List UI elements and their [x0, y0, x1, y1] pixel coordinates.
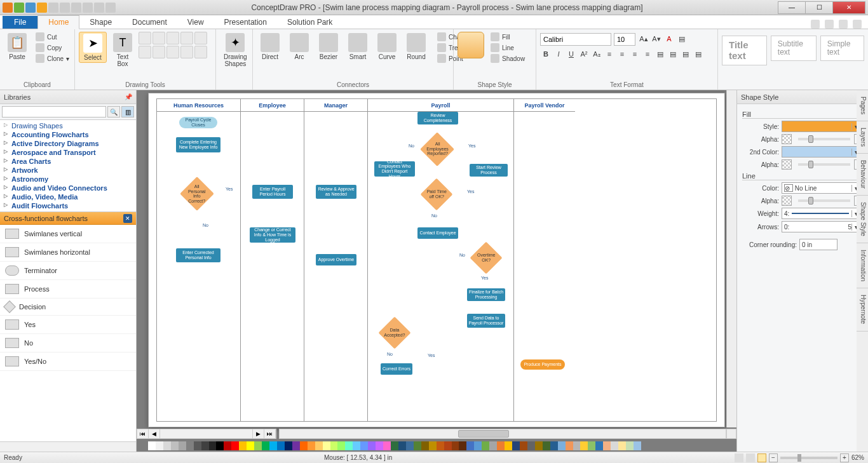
color-swatch[interactable] [285, 441, 292, 450]
conn-round[interactable]: Round [403, 32, 430, 62]
paste-button[interactable]: 📋 Paste [4, 32, 31, 62]
conn-direct[interactable]: Direct [257, 32, 283, 62]
library-tree[interactable]: Drawing ShapesAccounting FlowchartsActiv… [0, 120, 136, 212]
minimize-button[interactable]: — [778, 1, 806, 14]
copy-button[interactable]: Copy [33, 43, 72, 53]
tab-shape[interactable]: Shape [79, 16, 122, 29]
flowchart-node[interactable]: Paid Time off OK? [421, 178, 453, 211]
style-subtitle[interactable]: Subtitle text [771, 36, 817, 61]
color-swatch[interactable] [595, 441, 603, 450]
tab-prev[interactable]: ◀ [149, 429, 160, 438]
flowchart-node[interactable]: Correct Errors [381, 363, 412, 375]
ribbon-options-icon[interactable] [811, 20, 820, 29]
second-color-combo[interactable]: ▾ [782, 146, 863, 158]
style-title[interactable]: Title text [722, 36, 767, 65]
corner-rounding-input[interactable]: 0 in [799, 239, 837, 250]
library-tree-node[interactable]: Audio, Video, Media [0, 192, 136, 201]
color-swatch[interactable] [512, 441, 520, 450]
clone-button[interactable]: Clone ▾ [33, 53, 72, 64]
font-family-combo[interactable] [540, 33, 611, 46]
lane-body[interactable]: Review & Approve as NeededApprove Overti… [304, 112, 367, 421]
alpha-slider[interactable] [798, 138, 850, 140]
tool-line[interactable] [139, 32, 151, 44]
library-shape-item[interactable]: Swimlanes horizontal [0, 243, 136, 262]
color-swatch[interactable] [292, 441, 300, 450]
alpha-swatch[interactable] [782, 134, 792, 144]
color-swatch[interactable] [269, 441, 277, 450]
color-swatch[interactable] [163, 441, 171, 450]
flowchart-node[interactable]: Approve Overtime [316, 254, 356, 265]
tab-solution-park[interactable]: Solution Park [277, 16, 342, 29]
library-shape-item[interactable]: Yes/No [0, 352, 136, 371]
library-tree-node[interactable]: Active Directory Diagrams [0, 139, 136, 148]
close-button[interactable]: ✕ [832, 1, 865, 14]
library-tree-node[interactable]: Audit Flowcharts [0, 201, 136, 210]
flowchart-node[interactable]: Contact Employee [417, 227, 458, 239]
color-swatch[interactable] [535, 441, 543, 450]
lane-body[interactable]: Produce Payments [514, 112, 575, 421]
color-swatch[interactable] [489, 441, 497, 450]
color-swatch[interactable] [588, 441, 595, 450]
color-swatch[interactable] [368, 441, 376, 450]
zoom-out[interactable]: − [769, 453, 778, 462]
tool-ellipse[interactable] [194, 32, 207, 44]
color-swatch[interactable] [262, 441, 269, 450]
color-swatch[interactable] [376, 441, 383, 450]
color-swatch[interactable] [353, 441, 360, 450]
tab-file[interactable]: File [3, 16, 37, 29]
color-swatch[interactable] [603, 441, 611, 450]
color-swatch[interactable] [247, 441, 254, 450]
color-swatch[interactable] [437, 441, 444, 450]
qat-icon[interactable] [94, 3, 104, 13]
color-swatch[interactable] [626, 441, 634, 450]
tab-view[interactable]: View [177, 16, 214, 29]
library-tree-node[interactable]: Audio and Video Connectors [0, 184, 136, 192]
weight-combo[interactable]: 4:▾ [782, 208, 863, 219]
color-swatch[interactable] [148, 441, 156, 450]
color-swatch[interactable] [474, 441, 482, 450]
align-right[interactable]: ≡ [629, 48, 641, 60]
color-swatch[interactable] [466, 441, 474, 450]
color-swatch[interactable] [406, 441, 414, 450]
lane-body[interactable]: Enter Payroll Period HoursChange or Corr… [241, 112, 304, 421]
textbox-button[interactable]: T Text Box [109, 32, 136, 69]
line-alpha-swatch[interactable] [782, 196, 792, 206]
library-shape-item[interactable]: No [0, 334, 136, 352]
tab-first[interactable]: ⏮ [137, 429, 149, 438]
qat-icon[interactable] [105, 3, 116, 13]
qat-icon[interactable] [3, 3, 13, 13]
color-swatch[interactable] [558, 441, 566, 450]
color-swatch[interactable] [300, 441, 308, 450]
style-simple[interactable]: Simple text [820, 36, 864, 61]
tab-last[interactable]: ⏭ [264, 429, 276, 438]
select-tool-icon[interactable] [746, 453, 755, 462]
sidetab-layers[interactable]: Layers [857, 121, 868, 154]
color-swatch[interactable] [421, 441, 429, 450]
color-swatch[interactable] [459, 441, 466, 450]
sidetab-hypernote[interactable]: Hypernote [857, 288, 868, 331]
shrink-font[interactable]: A▾ [651, 33, 662, 44]
left-scrollbar[interactable] [0, 441, 136, 452]
flowchart-node[interactable]: Send Data to Payroll Processor [467, 314, 505, 328]
color-swatch[interactable] [444, 441, 452, 450]
color-swatch[interactable] [239, 441, 247, 450]
tool-polygon[interactable] [153, 46, 165, 58]
library-tree-node[interactable]: Aerospace and Transport [0, 148, 136, 157]
sidetab-information[interactable]: Information [857, 243, 868, 288]
color-swatch[interactable] [315, 441, 323, 450]
color-swatch[interactable] [566, 441, 573, 450]
conn-curve[interactable]: Curve [374, 32, 400, 62]
zoom-tool-icon[interactable] [757, 453, 766, 462]
font-size-combo[interactable] [614, 33, 635, 46]
sidetab-shape-style[interactable]: Shape Style [857, 196, 868, 243]
valign-top[interactable]: ▤ [654, 48, 666, 60]
color-swatch[interactable] [254, 441, 262, 450]
horizontal-scrollbar[interactable] [279, 429, 726, 439]
color-swatch[interactable] [391, 441, 398, 450]
color-swatch[interactable] [497, 441, 505, 450]
tool-star[interactable] [166, 46, 179, 58]
color-swatch[interactable] [360, 441, 368, 450]
zoom-slider[interactable] [780, 457, 837, 459]
color-swatch[interactable] [520, 441, 527, 450]
fill-style-combo[interactable]: ▾ [782, 121, 863, 132]
